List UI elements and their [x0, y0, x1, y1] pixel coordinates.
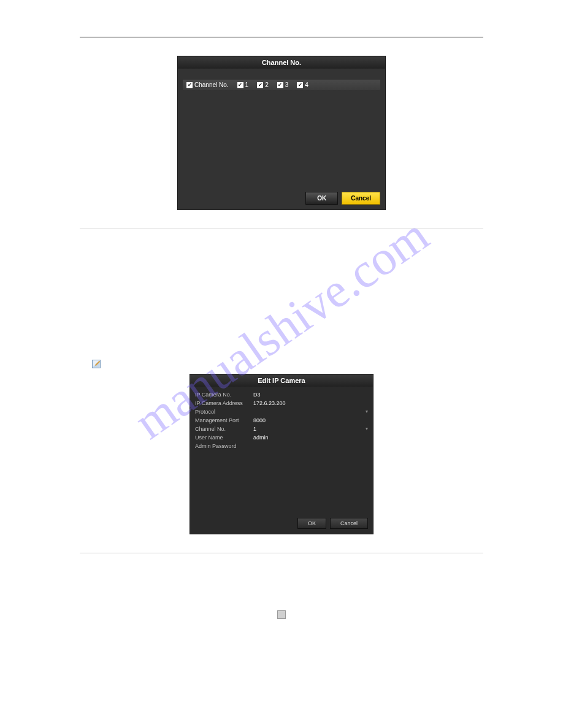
- checkbox-1[interactable]: ✔ 1: [237, 82, 249, 88]
- dialog2-body: IP Camera No. D3 IP Camera Address 172.6…: [190, 387, 373, 534]
- row-password: Admin Password: [195, 442, 368, 450]
- row-username: User Name admin: [195, 433, 368, 442]
- opt-label: 2: [265, 82, 269, 88]
- checkbox-2[interactable]: ✔ 2: [257, 82, 269, 88]
- label-password: Admin Password: [195, 443, 253, 449]
- checkbox-3[interactable]: ✔ 3: [277, 82, 289, 88]
- top-rule: [80, 37, 483, 37]
- row-protocol: Protocol ▾: [195, 408, 368, 416]
- opt-label: 1: [245, 82, 249, 88]
- row-port: Management Port 8000: [195, 416, 368, 425]
- chevron-down-icon: ▾: [366, 409, 368, 415]
- dialog1-title: Channel No.: [178, 56, 385, 69]
- value-channel-no[interactable]: 1 ▾: [253, 426, 368, 432]
- row-address: IP Camera Address 172.6.23.200: [195, 399, 368, 408]
- check-icon: ✔: [186, 82, 193, 88]
- label-username: User Name: [195, 434, 253, 441]
- dialog1-body: ✔ Channel No. ✔ 1 ✔ 2 ✔ 3 ✔ 4: [178, 69, 385, 210]
- channel-row: ✔ Channel No. ✔ 1 ✔ 2 ✔ 3 ✔ 4: [183, 80, 380, 90]
- check-icon: ✔: [297, 82, 303, 88]
- check-icon: ✔: [257, 82, 263, 88]
- channel-header-label: Channel No.: [194, 82, 229, 88]
- channel-value: 1: [253, 426, 256, 432]
- check-icon: ✔: [277, 82, 283, 88]
- channel-no-dialog: Channel No. ✔ Channel No. ✔ 1 ✔ 2 ✔ 3: [177, 56, 386, 210]
- row-camera-no: IP Camera No. D3: [195, 390, 368, 399]
- divider-1: [80, 229, 483, 229]
- checkbox-channel-no[interactable]: ✔ Channel No.: [186, 82, 229, 88]
- label-port: Management Port: [195, 417, 253, 423]
- checkbox-4[interactable]: ✔ 4: [297, 82, 308, 88]
- cancel-button[interactable]: Cancel: [342, 192, 380, 205]
- label-protocol: Protocol: [195, 409, 253, 415]
- label-address: IP Camera Address: [195, 400, 253, 406]
- advanced-set-icon: [277, 610, 286, 619]
- check-icon: ✔: [237, 82, 243, 88]
- value-port[interactable]: 8000: [253, 417, 368, 423]
- dialog1-buttons: OK Cancel: [305, 192, 380, 205]
- value-camera-no[interactable]: D3: [253, 392, 368, 398]
- label-camera-no: IP Camera No.: [195, 392, 253, 398]
- opt-label: 4: [305, 82, 308, 88]
- value-password[interactable]: [253, 443, 368, 449]
- dialog2-buttons: OK Cancel: [297, 518, 368, 529]
- value-address[interactable]: 172.6.23.200: [253, 400, 368, 406]
- value-protocol[interactable]: ▾: [253, 409, 368, 415]
- divider-2: [80, 553, 483, 553]
- edit-icon: [92, 360, 101, 368]
- dialog2-title: Edit IP Camera: [190, 374, 373, 387]
- value-username[interactable]: admin: [253, 434, 368, 441]
- ok-button[interactable]: OK: [297, 518, 326, 529]
- row-channel-no: Channel No. 1 ▾: [195, 425, 368, 433]
- edit-ip-camera-dialog: Edit IP Camera IP Camera No. D3 IP Camer…: [190, 374, 373, 534]
- chevron-down-icon: ▾: [366, 426, 368, 432]
- opt-label: 3: [285, 82, 289, 88]
- ok-button[interactable]: OK: [305, 192, 338, 205]
- label-channel-no: Channel No.: [195, 426, 253, 432]
- cancel-button[interactable]: Cancel: [330, 518, 368, 529]
